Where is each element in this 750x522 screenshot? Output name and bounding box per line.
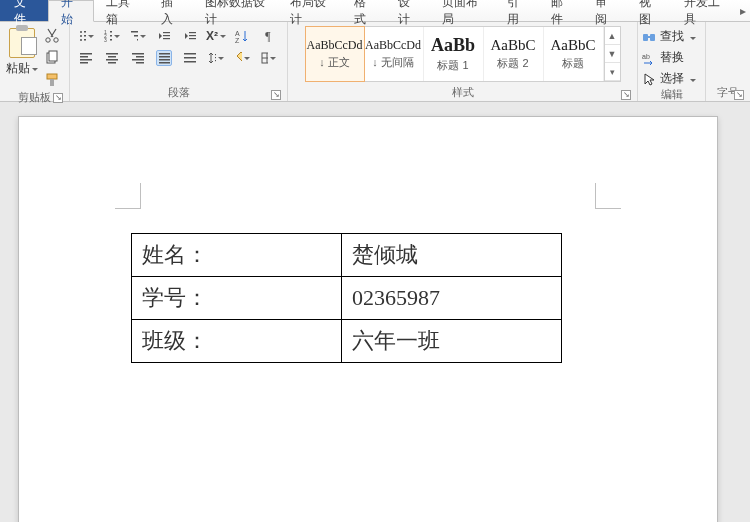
copy-icon[interactable] xyxy=(44,50,60,66)
cell-id-val[interactable]: 02365987 xyxy=(342,277,562,320)
tab-insert[interactable]: 插入 xyxy=(149,0,193,21)
group-clipboard: 粘贴 剪贴板 ↘ xyxy=(0,22,70,101)
tab-references[interactable]: 引用 xyxy=(495,0,539,21)
svg-rect-20 xyxy=(137,39,138,41)
style-heading2[interactable]: AaBbC 标题 2 xyxy=(484,27,544,81)
tab-icondata[interactable]: 图标数据设计 xyxy=(193,0,278,21)
svg-rect-29 xyxy=(80,53,92,55)
svg-rect-35 xyxy=(106,59,118,61)
binoculars-icon xyxy=(642,30,656,44)
cell-class-key[interactable]: 班级： xyxy=(132,320,342,363)
svg-rect-45 xyxy=(184,53,196,55)
show-marks-icon[interactable]: ¶ xyxy=(260,28,276,44)
cell-name-val[interactable]: 楚倾城 xyxy=(342,234,562,277)
table-row[interactable]: 班级： 六年一班 xyxy=(132,320,562,363)
distributed-icon[interactable] xyxy=(182,50,198,66)
svg-rect-23 xyxy=(163,38,170,39)
tab-review[interactable]: 审阅 xyxy=(583,0,627,21)
fontsize-launcher-icon[interactable]: ↘ xyxy=(734,90,744,100)
document-table[interactable]: 姓名： 楚倾城 学号： 02365987 班级： 六年一班 xyxy=(131,233,562,363)
svg-rect-48 xyxy=(215,54,216,55)
svg-rect-34 xyxy=(108,56,116,58)
paragraph-launcher-icon[interactable]: ↘ xyxy=(271,90,281,100)
svg-rect-36 xyxy=(108,62,116,64)
page[interactable]: 姓名： 楚倾城 学号： 02365987 班级： 六年一班 xyxy=(18,116,718,522)
svg-text:ab: ab xyxy=(642,53,650,60)
style-body[interactable]: AaBbCcDd ↓ 正文 xyxy=(305,26,365,82)
tab-toolbox[interactable]: 工具箱 xyxy=(94,0,148,21)
tab-file[interactable]: 文件 xyxy=(0,0,48,21)
line-spacing-icon[interactable] xyxy=(208,50,224,66)
borders-icon[interactable] xyxy=(260,50,276,66)
svg-rect-21 xyxy=(163,32,170,33)
gallery-down-icon[interactable]: ▼ xyxy=(605,45,620,63)
shading-icon[interactable] xyxy=(234,50,250,66)
style-nospacing[interactable]: AaBbCcDd ↓ 无间隔 xyxy=(364,27,424,81)
tab-developer[interactable]: 开发工具 xyxy=(672,0,736,21)
numbering-icon[interactable]: 123 xyxy=(104,28,120,44)
table-row[interactable]: 姓名： 楚倾城 xyxy=(132,234,562,277)
svg-rect-26 xyxy=(189,38,196,39)
svg-rect-4 xyxy=(47,74,57,79)
replace-button[interactable]: ab 替换 xyxy=(642,49,684,66)
tab-mailings[interactable]: 邮件 xyxy=(539,0,583,21)
tab-home[interactable]: 开始 xyxy=(48,0,94,22)
cut-icon[interactable] xyxy=(44,28,60,44)
cell-name-key[interactable]: 姓名： xyxy=(132,234,342,277)
decrease-indent-icon[interactable] xyxy=(156,28,172,44)
find-button[interactable]: 查找 xyxy=(642,28,696,45)
style-title[interactable]: AaBbC 标题 xyxy=(544,27,604,81)
margin-mark-tl xyxy=(115,183,141,209)
svg-text:3: 3 xyxy=(104,37,107,43)
align-left-icon[interactable] xyxy=(78,50,94,66)
gallery-more-icon[interactable]: ▾ xyxy=(605,63,620,81)
table-row[interactable]: 学号： 02365987 xyxy=(132,277,562,320)
svg-rect-25 xyxy=(189,35,196,36)
paste-button[interactable]: 粘贴 xyxy=(4,24,40,77)
svg-rect-5 xyxy=(50,79,54,86)
tab-design[interactable]: 设计 xyxy=(386,0,430,21)
group-paragraph: 123 X² AZ ¶ xyxy=(70,22,288,101)
select-button[interactable]: 选择 xyxy=(642,70,696,87)
svg-point-0 xyxy=(46,38,50,42)
cell-id-key[interactable]: 学号： xyxy=(132,277,342,320)
align-justify-icon[interactable] xyxy=(156,50,172,66)
increase-indent-icon[interactable] xyxy=(182,28,198,44)
tab-overflow-icon[interactable]: ▸ xyxy=(736,0,750,21)
svg-rect-13 xyxy=(110,31,112,33)
cell-class-val[interactable]: 六年一班 xyxy=(342,320,562,363)
svg-point-8 xyxy=(80,35,82,37)
svg-rect-39 xyxy=(132,59,144,61)
multilevel-list-icon[interactable] xyxy=(130,28,146,44)
tab-format[interactable]: 格式 xyxy=(342,0,386,21)
align-right-icon[interactable] xyxy=(130,50,146,66)
svg-rect-50 xyxy=(215,60,216,61)
tab-view[interactable]: 视图 xyxy=(627,0,671,21)
svg-rect-11 xyxy=(84,39,86,41)
svg-rect-49 xyxy=(215,57,216,58)
group-styles: AaBbCcDd ↓ 正文 AaBbCcDd ↓ 无间隔 AaBb 标题 1 A… xyxy=(288,22,638,101)
bullets-icon[interactable] xyxy=(78,28,94,44)
style-heading1[interactable]: AaBb 标题 1 xyxy=(424,27,484,81)
svg-rect-40 xyxy=(136,62,144,64)
tab-layoutdesign[interactable]: 布局设计 xyxy=(278,0,342,21)
format-painter-icon[interactable] xyxy=(44,72,60,88)
ribbon: 粘贴 剪贴板 ↘ xyxy=(0,22,750,102)
svg-text:Z: Z xyxy=(235,37,240,43)
group-label-clipboard: 剪贴板 ↘ xyxy=(4,90,65,104)
align-center-icon[interactable] xyxy=(104,50,120,66)
svg-rect-30 xyxy=(80,56,88,58)
svg-rect-33 xyxy=(106,53,118,55)
asian-layout-icon[interactable]: X² xyxy=(208,28,224,44)
clipboard-launcher-icon[interactable]: ↘ xyxy=(53,93,63,103)
svg-rect-22 xyxy=(163,35,170,36)
gallery-up-icon[interactable]: ▲ xyxy=(605,27,620,45)
replace-icon: ab xyxy=(642,51,656,65)
svg-rect-38 xyxy=(136,56,144,58)
document-canvas[interactable]: 姓名： 楚倾城 学号： 02365987 班级： 六年一班 xyxy=(0,102,750,522)
sort-icon[interactable]: AZ xyxy=(234,28,250,44)
svg-rect-44 xyxy=(159,62,170,64)
svg-point-6 xyxy=(80,31,82,33)
styles-launcher-icon[interactable]: ↘ xyxy=(621,90,631,100)
tab-pagelayout[interactable]: 页面布局 xyxy=(430,0,494,21)
